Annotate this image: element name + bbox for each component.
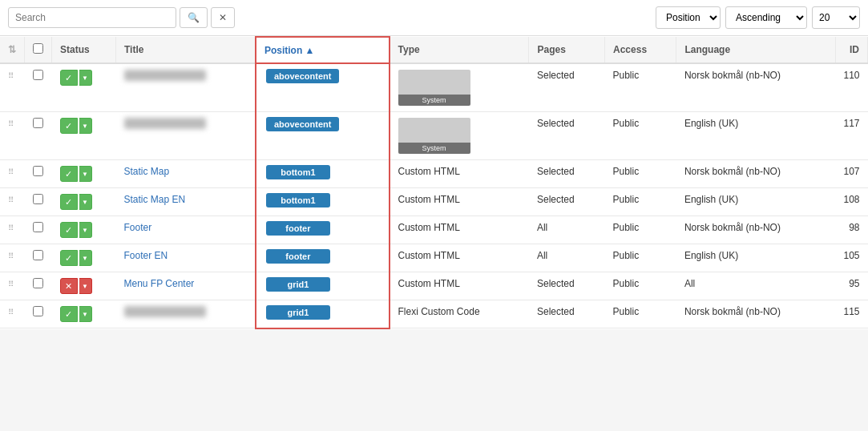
access-cell: Public <box>605 244 676 272</box>
id-cell: 105 <box>835 244 867 272</box>
language-cell: Norsk bokmål (nb-NO) <box>676 300 836 328</box>
table-row: ⠿ ✓ ▼ ████████████abovecontent System Se… <box>0 112 868 160</box>
status-check-icon[interactable]: ✓ <box>60 222 78 238</box>
drag-icon[interactable]: ⠿ <box>8 224 14 232</box>
title-cell: ████████████ <box>116 63 256 112</box>
status-check-icon[interactable]: ✕ <box>60 278 78 294</box>
id-cell: 117 <box>835 112 867 160</box>
col-title[interactable]: Title <box>116 37 256 63</box>
pages-cell: Selected <box>529 160 605 188</box>
row-checkbox[interactable] <box>33 70 43 80</box>
drag-icon[interactable]: ⠿ <box>8 308 14 316</box>
drag-icon[interactable]: ⠿ <box>8 195 14 204</box>
drag-icon[interactable]: ⠿ <box>8 119 14 128</box>
sort-select[interactable]: Position Title Status ID <box>656 6 721 29</box>
drag-handle[interactable]: ⠿ <box>0 300 25 328</box>
access-cell: Public <box>605 300 676 328</box>
row-checkbox[interactable] <box>33 250 43 260</box>
drag-handle[interactable]: ⠿ <box>0 188 25 216</box>
status-check-icon[interactable]: ✓ <box>60 166 78 182</box>
status-dropdown-icon[interactable]: ▼ <box>79 70 92 86</box>
type-cell: Custom HTML <box>390 244 529 272</box>
row-checkbox[interactable] <box>33 222 43 232</box>
thumbnail: System <box>398 118 470 154</box>
search-button[interactable]: 🔍 <box>180 7 208 28</box>
status-check-icon[interactable]: ✓ <box>60 70 78 86</box>
language-cell: Norsk bokmål (nb-NO) <box>676 63 836 112</box>
status-dropdown-icon[interactable]: ▼ <box>79 118 92 134</box>
type-cell: Custom HTML <box>390 188 529 216</box>
title-link[interactable]: Footer <box>124 222 152 233</box>
row-checkbox[interactable] <box>33 118 43 128</box>
order-icon: ⇅ <box>8 44 16 55</box>
row-checkbox[interactable] <box>33 306 43 316</box>
access-cell: Public <box>605 112 676 160</box>
status-dropdown-icon[interactable]: ▼ <box>79 222 92 238</box>
position-badge[interactable]: footer <box>266 249 330 264</box>
title-link[interactable]: Menu FP Center <box>124 278 195 289</box>
col-order: ⇅ <box>0 37 25 63</box>
drag-icon[interactable]: ⠿ <box>8 252 14 260</box>
drag-handle[interactable]: ⠿ <box>0 160 25 188</box>
position-badge[interactable]: abovecontent <box>266 117 340 131</box>
drag-icon[interactable]: ⠿ <box>8 71 14 80</box>
status-cell: ✓ ▼ <box>52 216 116 244</box>
search-group: 🔍 ✕ <box>8 7 235 28</box>
language-cell: English (UK) <box>676 244 836 272</box>
access-cell: Public <box>605 63 676 112</box>
access-cell: Public <box>605 188 676 216</box>
drag-icon[interactable]: ⠿ <box>8 167 14 176</box>
row-checkbox-cell <box>25 300 52 328</box>
title-cell: ████████████ <box>116 300 256 328</box>
position-cell: bottom1 <box>256 160 390 188</box>
title-blurred: ████████████ <box>124 118 206 129</box>
col-checkbox[interactable] <box>25 37 52 63</box>
title-link[interactable]: Footer EN <box>124 250 168 261</box>
order-select[interactable]: Ascending Descending <box>725 6 807 29</box>
drag-handle[interactable]: ⠿ <box>0 63 25 112</box>
col-position[interactable]: Position ▲ <box>256 37 390 63</box>
position-badge[interactable]: bottom1 <box>266 165 330 179</box>
status-dropdown-icon[interactable]: ▼ <box>79 278 92 294</box>
title-link[interactable]: Static Map <box>124 166 170 177</box>
table-row: ⠿ ✓ ▼ Static Map ENbottom1Custom HTMLSel… <box>0 188 868 216</box>
status-check-icon[interactable]: ✓ <box>60 118 78 134</box>
status-check-icon[interactable]: ✓ <box>60 194 78 210</box>
table-row: ⠿ ✓ ▼ ████████████grid1Flexi Custom Code… <box>0 300 868 328</box>
status-cell: ✓ ▼ <box>52 160 116 188</box>
position-badge[interactable]: abovecontent <box>266 69 340 83</box>
select-all-checkbox[interactable] <box>33 43 43 54</box>
drag-handle[interactable]: ⠿ <box>0 216 25 244</box>
title-cell: Static Map <box>116 160 256 188</box>
title-blurred: ████████████ <box>124 306 206 317</box>
position-badge[interactable]: footer <box>266 221 330 236</box>
drag-icon[interactable]: ⠿ <box>8 280 14 288</box>
type-cell: Custom HTML <box>390 216 529 244</box>
status-check-icon[interactable]: ✓ <box>60 250 78 266</box>
drag-handle[interactable]: ⠿ <box>0 244 25 272</box>
thumbnail: System <box>398 70 470 106</box>
position-badge[interactable]: grid1 <box>266 305 330 320</box>
clear-button[interactable]: ✕ <box>211 7 235 28</box>
title-link[interactable]: Static Map EN <box>124 194 186 205</box>
status-check-icon[interactable]: ✓ <box>60 306 78 322</box>
row-checkbox[interactable] <box>33 194 43 204</box>
position-badge[interactable]: grid1 <box>266 277 330 292</box>
search-input[interactable] <box>8 7 176 28</box>
row-checkbox[interactable] <box>33 278 43 288</box>
status-cell: ✓ ▼ <box>52 63 116 112</box>
status-dropdown-icon[interactable]: ▼ <box>79 194 92 210</box>
drag-handle[interactable]: ⠿ <box>0 112 25 160</box>
col-pages: Pages <box>529 37 605 63</box>
language-cell: Norsk bokmål (nb-NO) <box>676 216 836 244</box>
status-dropdown-icon[interactable]: ▼ <box>79 250 92 266</box>
col-access: Access <box>605 37 676 63</box>
status-cell: ✓ ▼ <box>52 300 116 328</box>
pages-cell: All <box>529 244 605 272</box>
row-checkbox[interactable] <box>33 166 43 176</box>
count-select[interactable]: 5 10 15 20 25 50 100 <box>812 6 860 29</box>
status-dropdown-icon[interactable]: ▼ <box>79 166 92 182</box>
status-dropdown-icon[interactable]: ▼ <box>79 306 92 322</box>
position-badge[interactable]: bottom1 <box>266 193 330 207</box>
drag-handle[interactable]: ⠿ <box>0 272 25 300</box>
